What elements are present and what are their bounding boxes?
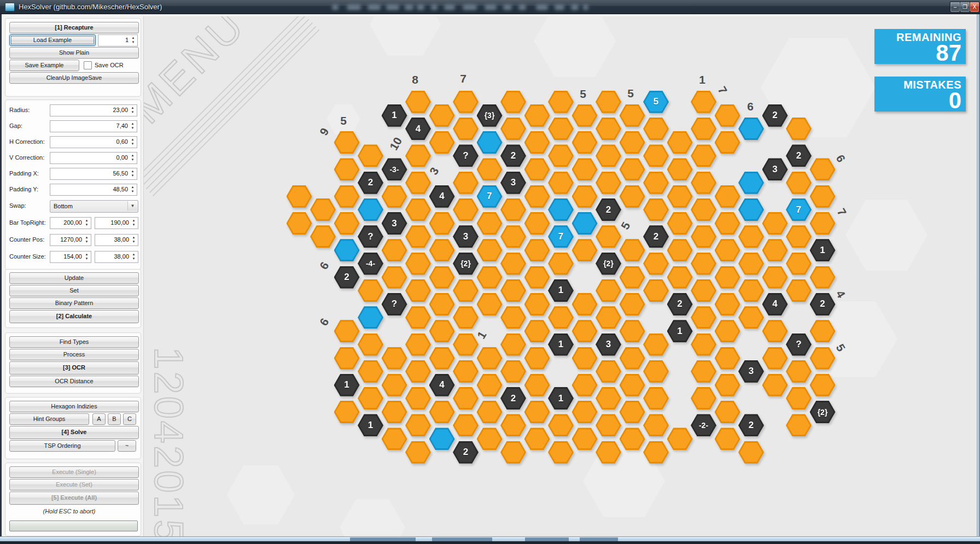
hex-cell-orange[interactable] [405,334,431,356]
hex-cell-blue[interactable] [334,239,360,261]
hex-cell-orange[interactable] [334,131,360,154]
hex-cell-blue[interactable] [358,306,383,329]
hex-cell-orange[interactable] [572,131,598,154]
hex-cell-dark[interactable]: {2} [596,253,621,275]
hex-cell-orange[interactable] [786,225,812,248]
recapture-button[interactable]: [1] Recapture [9,22,139,33]
hex-cell-orange[interactable] [667,131,693,154]
hex-cell-orange[interactable] [643,360,669,383]
spinner-arrows-icon[interactable]: ▲▼ [130,153,136,162]
hex-cell-orange[interactable] [405,91,431,113]
hex-cell-orange[interactable] [334,185,360,208]
hex-cell-dark[interactable]: ? [453,144,479,167]
hex-cell-blue[interactable] [738,198,764,221]
hex-cell-orange[interactable] [810,347,836,370]
hex-cell-orange[interactable] [524,374,550,396]
hex-cell-dark[interactable]: 1 [358,414,383,436]
hex-cell-orange[interactable] [596,306,621,329]
hex-cell-orange[interactable] [429,131,455,154]
hex-cell-orange[interactable] [524,104,550,127]
hex-cell-orange[interactable] [358,334,383,356]
hex-cell-orange[interactable] [738,279,764,302]
hex-cell-orange[interactable] [524,158,550,180]
hex-cell-orange[interactable] [691,118,716,140]
pair-param-input[interactable]: 200,00▲▼ [50,217,91,229]
hex-cell-orange[interactable] [477,293,503,315]
hex-cell-orange[interactable] [382,428,407,450]
hex-cell-orange[interactable] [405,198,431,221]
hex-cell-orange[interactable] [524,320,550,342]
hex-cell-dark[interactable]: 4 [762,293,788,315]
hex-cell-dark[interactable]: ? [786,334,812,356]
hex-cell-blue[interactable] [358,198,383,221]
hex-cell-orange[interactable] [405,414,431,436]
hex-cell-dark[interactable]: 4 [429,374,455,396]
hex-cell-blue[interactable] [429,428,455,450]
hex-cell-orange[interactable] [548,118,574,140]
hex-cell-blue[interactable] [572,212,598,235]
hex-cell-orange[interactable] [810,212,836,235]
hex-cell-orange[interactable] [572,239,598,261]
hex-cell-orange[interactable] [786,172,812,194]
hex-cell-orange[interactable] [620,266,645,289]
hex-cell-orange[interactable] [572,428,598,450]
hex-cell-orange[interactable] [810,374,836,396]
spinner-arrows-icon[interactable]: ▲▼ [130,36,136,44]
spinner-arrows-icon[interactable]: ▲▼ [131,252,137,261]
hex-cell-orange[interactable] [620,131,645,154]
hex-cell-orange[interactable] [453,279,479,302]
hex-cell-orange[interactable] [786,387,812,410]
hex-cell-orange[interactable] [334,347,360,370]
hex-cell-orange[interactable] [596,144,621,167]
hex-cell-orange[interactable] [524,293,550,315]
hex-cell-blue[interactable]: 7 [477,185,503,208]
hex-cell-orange[interactable] [382,374,407,396]
hex-cell-orange[interactable] [762,239,788,261]
hex-cell-orange[interactable] [429,347,455,370]
hex-cell-dark[interactable]: 1 [548,334,574,356]
param-input[interactable]: 56,50▲▼ [50,168,137,180]
tsp-ordering-button[interactable]: TSP Ordering [9,440,115,452]
hex-cell-orange[interactable] [762,347,788,370]
hex-cell-orange[interactable] [572,401,598,423]
hex-cell-orange[interactable] [500,414,526,436]
execute-single-button[interactable]: Execute (Single) [9,466,139,478]
hex-cell-orange[interactable] [596,387,621,410]
hex-cell-orange[interactable] [524,239,550,261]
hex-cell-orange[interactable] [596,414,621,436]
hex-cell-dark[interactable]: 2 [762,104,788,127]
hex-cell-orange[interactable] [691,198,716,221]
hex-cell-orange[interactable] [524,347,550,370]
hex-cell-orange[interactable] [572,320,598,342]
hex-cell-orange[interactable] [477,401,503,423]
hex-cell-orange[interactable] [596,118,621,140]
hex-cell-orange[interactable] [620,239,645,261]
hex-cell-orange[interactable] [715,374,740,396]
hex-cell-orange[interactable] [620,347,645,370]
hex-cell-orange[interactable] [643,253,669,275]
hex-cell-orange[interactable] [453,198,479,221]
hex-cell-orange[interactable] [548,91,574,113]
hex-cell-orange[interactable] [786,253,812,275]
hex-cell-dark[interactable]: 1 [334,374,360,396]
hex-cell-orange[interactable] [453,306,479,329]
hex-cell-orange[interactable] [810,266,836,289]
hex-cell-orange[interactable] [382,347,407,370]
load-example-count-spinner[interactable]: 1 ▲▼ [98,34,138,46]
hex-cell-orange[interactable] [548,253,574,275]
hex-cell-orange[interactable] [524,266,550,289]
hex-cell-dark[interactable]: {2} [810,401,836,423]
hex-cell-orange[interactable] [620,158,645,180]
hex-cell-orange[interactable] [715,320,740,342]
hex-cell-orange[interactable] [453,91,479,113]
spinner-arrows-icon[interactable]: ▲▼ [130,185,136,194]
hex-cell-orange[interactable] [620,293,645,315]
hex-cell-orange[interactable] [643,144,669,167]
hex-cell-orange[interactable] [500,306,526,329]
hex-cell-orange[interactable] [500,253,526,275]
hex-cell-dark[interactable]: 3 [453,225,479,248]
hex-cell-dark[interactable]: 2 [810,293,836,315]
hex-cell-orange[interactable] [762,212,788,235]
hex-cell-dark[interactable]: -3- [382,158,407,180]
hex-cell-orange[interactable] [500,360,526,383]
